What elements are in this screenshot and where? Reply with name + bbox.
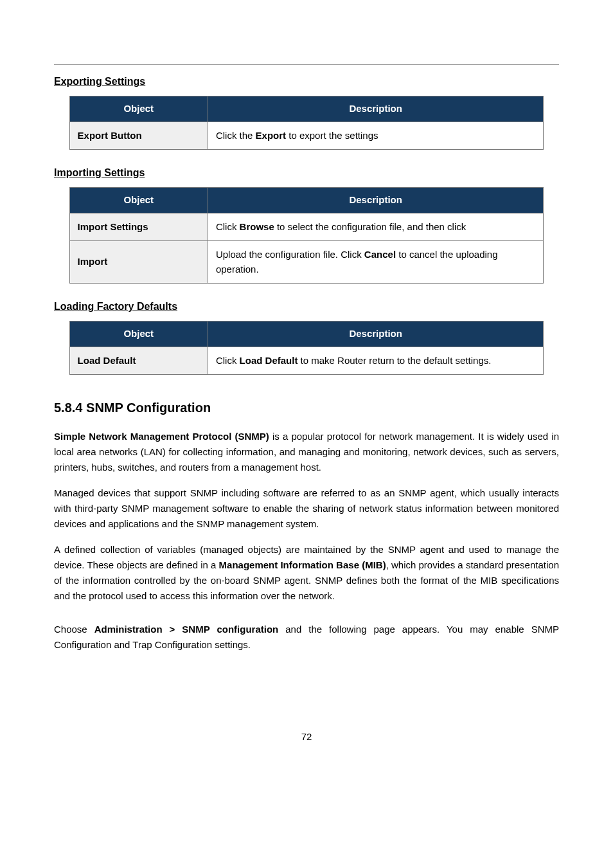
- cell-export-button-desc: Click the Export to export the settings: [208, 122, 544, 150]
- heading-loading-factory-defaults: Loading Factory Defaults: [54, 299, 559, 314]
- col-header-description: Description: [208, 321, 544, 347]
- table-loading: Object Description Load Default Click Lo…: [69, 321, 544, 375]
- top-divider: [54, 64, 559, 65]
- heading-exporting-settings: Exporting Settings: [54, 74, 559, 89]
- table-exporting: Object Description Export Button Click t…: [69, 96, 544, 150]
- cell-load-default-desc: Click Load Default to make Router return…: [208, 347, 544, 375]
- paragraph-snmp-choose: Choose Administration > SNMP configurati…: [54, 622, 559, 653]
- table-row: Export Button Click the Export to export…: [69, 122, 544, 150]
- col-header-object: Object: [69, 188, 208, 213]
- cell-import-settings: Import Settings: [69, 213, 208, 241]
- cell-import: Import: [69, 241, 208, 284]
- table-header-row: Object Description: [69, 96, 544, 122]
- table-header-row: Object Description: [69, 321, 544, 347]
- paragraph-snmp-agent: Managed devices that support SNMP includ…: [54, 485, 559, 532]
- table-row: Import Settings Click Browse to select t…: [69, 213, 544, 241]
- heading-importing-settings: Importing Settings: [54, 165, 559, 181]
- cell-import-desc: Upload the configuration file. Click Can…: [208, 241, 544, 284]
- table-importing: Object Description Import Settings Click…: [69, 187, 544, 284]
- table-row: Import Upload the configuration file. Cl…: [69, 241, 544, 284]
- col-header-object: Object: [69, 321, 208, 347]
- col-header-object: Object: [69, 96, 208, 122]
- table-header-row: Object Description: [69, 188, 544, 213]
- cell-import-settings-desc: Click Browse to select the configuration…: [208, 213, 544, 241]
- paragraph-snmp-mib: A defined collection of variables (manag…: [54, 542, 559, 604]
- table-row: Load Default Click Load Default to make …: [69, 347, 544, 375]
- cell-load-default: Load Default: [69, 347, 208, 375]
- col-header-description: Description: [208, 96, 544, 122]
- paragraph-snmp-intro: Simple Network Management Protocol (SNMP…: [54, 429, 559, 475]
- cell-export-button: Export Button: [69, 122, 208, 150]
- col-header-description: Description: [208, 188, 544, 213]
- heading-snmp-configuration: 5.8.4 SNMP Configuration: [54, 398, 559, 417]
- page-number: 72: [54, 730, 559, 745]
